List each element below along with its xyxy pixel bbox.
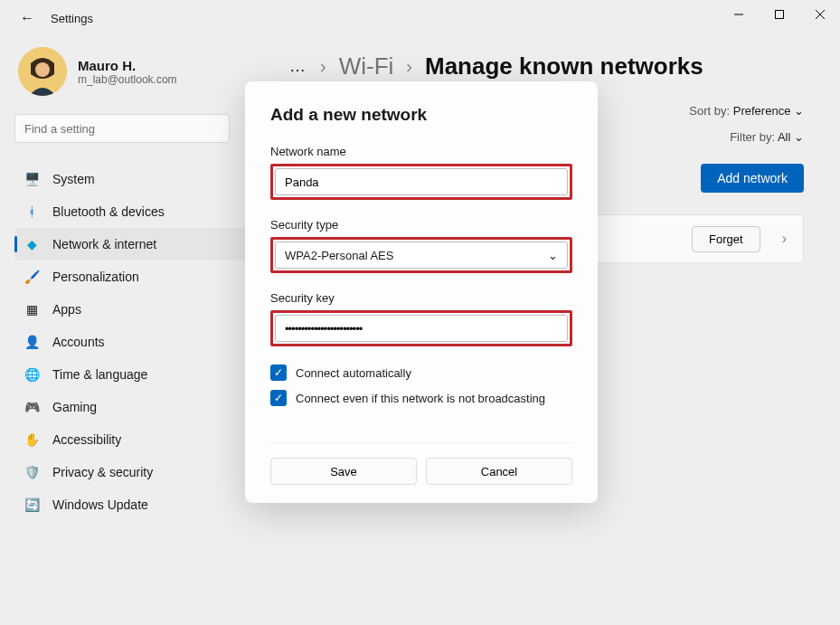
dialog-title: Add a new network	[270, 105, 572, 125]
dialog-footer: Save Cancel	[270, 442, 572, 485]
save-button[interactable]: Save	[270, 458, 417, 485]
connect-hidden-row[interactable]: ✓ Connect even if this network is not br…	[270, 390, 572, 406]
add-network-dialog: Add a new network Network name Security …	[245, 81, 598, 503]
security-type-label: Security type	[270, 218, 572, 232]
security-type-select[interactable]: WPA2-Personal AES ⌄	[275, 241, 568, 269]
connect-hidden-label: Connect even if this network is not broa…	[296, 392, 545, 405]
connect-auto-row[interactable]: ✓ Connect automatically	[270, 365, 572, 381]
security-type-value: WPA2-Personal AES	[285, 249, 393, 262]
network-name-input[interactable]	[275, 168, 568, 195]
highlight-box	[270, 164, 572, 200]
highlight-box: WPA2-Personal AES ⌄	[270, 237, 572, 273]
cancel-button[interactable]: Cancel	[426, 458, 572, 485]
checkbox-checked-icon[interactable]: ✓	[270, 365, 287, 381]
security-key-label: Security key	[270, 291, 572, 305]
checkbox-checked-icon[interactable]: ✓	[270, 390, 287, 406]
highlight-box	[270, 310, 572, 346]
chevron-down-icon: ⌄	[548, 249, 558, 262]
connect-auto-label: Connect automatically	[296, 366, 411, 380]
security-key-input[interactable]	[275, 315, 568, 342]
network-name-label: Network name	[270, 145, 572, 158]
